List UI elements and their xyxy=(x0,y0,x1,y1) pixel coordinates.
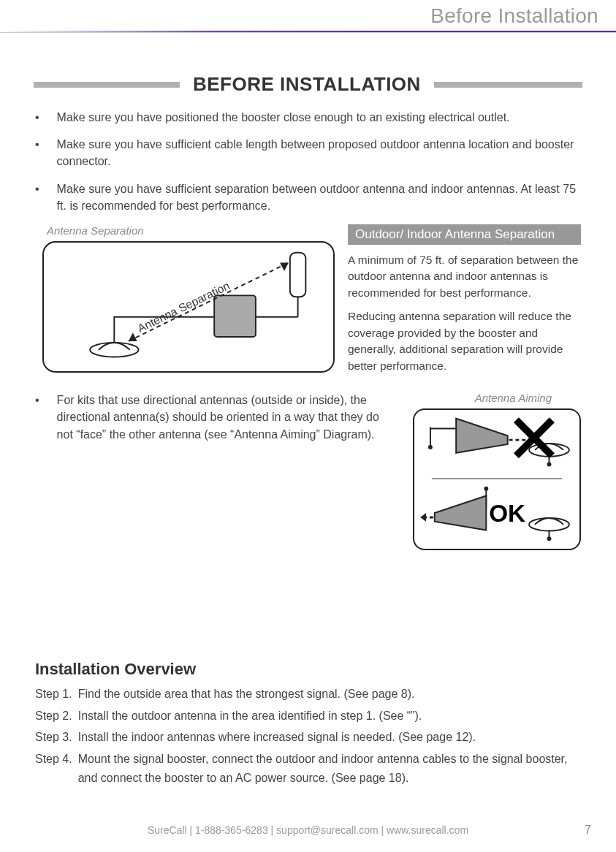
aiming-diagram-svg: OK xyxy=(414,410,579,549)
svg-marker-19 xyxy=(435,496,487,530)
step-body: Install the outdoor antenna in the area … xyxy=(77,707,581,726)
antenna-separation-diagram: Antenna Separation xyxy=(42,241,335,373)
svg-marker-5 xyxy=(280,262,289,271)
list-item: •Make sure you have sufficient cable len… xyxy=(35,136,581,170)
list-item: •Make sure you have positioned the boost… xyxy=(35,109,581,126)
separation-paragraph-1: A minimum of 75 ft. of separation betwee… xyxy=(348,252,581,301)
page-footer: SureCall | 1-888-365-6283 | support@sure… xyxy=(0,824,616,836)
bullet-text: Make sure you have sufficient cable leng… xyxy=(57,136,581,170)
separation-diagram-svg: Antenna Separation xyxy=(44,243,333,371)
step-body: Mount the signal booster, connect the ou… xyxy=(77,750,581,787)
bullet-icon: • xyxy=(35,109,39,126)
running-head: Before Installation xyxy=(430,4,598,28)
figure-caption-aiming: Antenna Aiming xyxy=(471,392,581,404)
svg-point-8 xyxy=(428,445,433,449)
step-label: Step 3. xyxy=(35,728,72,747)
step-label: Step 2. xyxy=(35,707,72,726)
figure-caption-separation: Antenna Separation xyxy=(42,224,335,237)
page-header: Before Installation xyxy=(18,0,598,47)
title-bar-left xyxy=(34,82,180,88)
step-row: Step 1.Find the outside area that has th… xyxy=(35,685,581,704)
svg-point-13 xyxy=(547,463,552,467)
svg-rect-0 xyxy=(290,253,306,297)
step-body: Install the indoor antennas where increa… xyxy=(77,728,581,747)
separation-paragraph-2: Reducing antenna separation will reduce … xyxy=(348,308,581,374)
ok-label: OK xyxy=(489,500,525,527)
bullet-text: Make sure you have sufficient separation… xyxy=(57,180,581,214)
bullet-list-top: •Make sure you have positioned the boost… xyxy=(18,109,598,214)
page-number: 7 xyxy=(585,824,591,837)
installation-overview: Installation Overview Step 1.Find the ou… xyxy=(18,660,598,787)
svg-point-18 xyxy=(484,487,488,491)
footer-text: SureCall | 1-888-365-6283 | support@sure… xyxy=(148,824,468,836)
bullet-icon: • xyxy=(35,180,39,214)
step-label: Step 4. xyxy=(35,750,72,787)
aiming-wrong-row xyxy=(428,419,569,467)
step-row: Step 4.Mount the signal booster, connect… xyxy=(35,750,581,787)
antenna-aiming-diagram: OK xyxy=(413,408,581,550)
svg-marker-9 xyxy=(456,419,508,453)
bullet-text: For kits that use directional antennas (… xyxy=(57,392,395,443)
svg-line-4 xyxy=(129,262,289,341)
header-rule-grey xyxy=(0,32,616,33)
step-row: Step 3.Install the indoor antennas where… xyxy=(35,728,581,747)
svg-marker-21 xyxy=(420,513,426,522)
svg-point-24 xyxy=(547,537,552,541)
overview-heading: Installation Overview xyxy=(35,660,581,679)
list-item: •For kits that use directional antennas … xyxy=(35,392,395,443)
bullet-list-mid: •For kits that use directional antennas … xyxy=(35,392,395,453)
separation-banner: Outdoor/ Indoor Antenna Separation xyxy=(348,224,581,245)
svg-rect-2 xyxy=(214,295,256,337)
bullet-text: Make sure you have positioned the booste… xyxy=(57,109,581,126)
bullet-icon: • xyxy=(35,136,39,170)
step-row: Step 2.Install the outdoor antenna in th… xyxy=(35,707,581,726)
list-item: •Make sure you have sufficient separatio… xyxy=(35,180,581,214)
step-label: Step 1. xyxy=(35,685,72,704)
aiming-correct-row: OK xyxy=(420,487,569,541)
title-bar-right xyxy=(434,82,582,88)
section-title-row: BEFORE INSTALLATION xyxy=(18,73,598,96)
section-title: BEFORE INSTALLATION xyxy=(193,73,421,96)
bullet-icon: • xyxy=(35,392,39,443)
step-body: Find the outside area that has the stron… xyxy=(77,685,581,704)
